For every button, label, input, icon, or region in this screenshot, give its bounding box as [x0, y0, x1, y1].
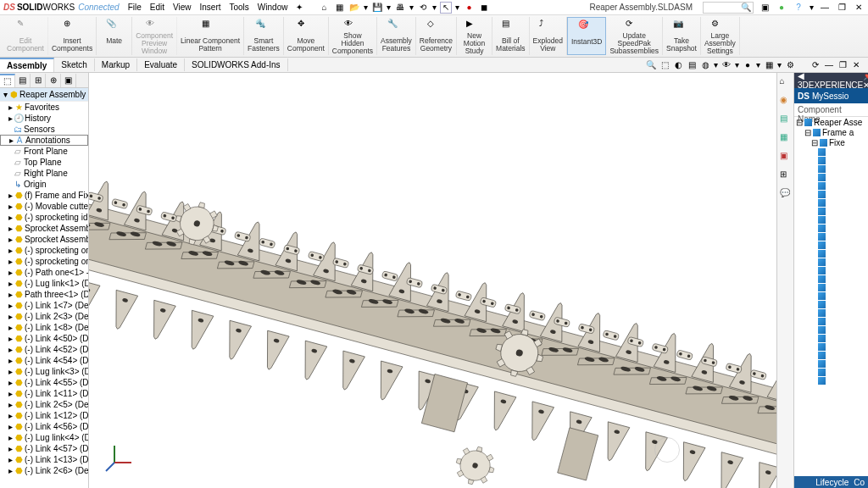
zoom-fit-icon[interactable]: 🔍: [646, 60, 656, 70]
tree-component-node[interactable]: ▸⬣(-) Link 1<12> (Default): [0, 410, 88, 421]
exp-leaf-node[interactable]: [794, 334, 868, 342]
taskpane-home-icon[interactable]: ⌂: [780, 76, 792, 88]
exploded-view-button[interactable]: ⤴ExplodedView: [530, 17, 567, 55]
section-icon[interactable]: ▤: [687, 60, 697, 70]
edit-appearance-icon[interactable]: ●: [743, 60, 753, 70]
exp-leaf-node[interactable]: [794, 283, 868, 291]
spreadsheet-icon[interactable]: ▦: [333, 2, 345, 14]
tree-component-node[interactable]: ▸⬣(-) sprocketing one<4>: [0, 256, 88, 267]
view-compass-icon[interactable]: [654, 437, 680, 463]
assembly-features-button[interactable]: 🔧AssemblyFeatures: [377, 17, 416, 55]
exp-leaf-node[interactable]: [794, 215, 868, 224]
search-icon[interactable]: 🔍: [703, 2, 754, 14]
tab-sketch[interactable]: Sketch: [54, 58, 95, 71]
tab-addins[interactable]: SOLIDWORKS Add-Ins: [185, 58, 287, 71]
mate-button[interactable]: 📎Mate: [97, 17, 132, 55]
taskpane-custom-icon[interactable]: ⊞: [780, 169, 792, 181]
display-style-icon[interactable]: ◍: [700, 60, 710, 70]
tab-evaluate[interactable]: Evaluate: [137, 58, 185, 71]
tree-right-plane[interactable]: ▱Right Plane: [0, 168, 88, 179]
tree-tab-config-icon[interactable]: ⊞: [31, 74, 46, 87]
exp-child-node[interactable]: ⊟Frame a: [794, 127, 868, 137]
linear-pattern-button[interactable]: ▦Linear ComponentPattern: [177, 17, 244, 55]
select-icon[interactable]: ↖: [440, 2, 452, 14]
exp-leaf-node[interactable]: [794, 351, 868, 359]
exp-leaf-node[interactable]: [794, 207, 868, 215]
smart-fasteners-button[interactable]: 🔩SmartFasteners: [244, 17, 284, 55]
exp-leaf-node[interactable]: [794, 291, 868, 300]
tree-component-node[interactable]: ▸⬣(-) Link 1<8> (Default) <: [0, 322, 88, 333]
exp-leaf-node[interactable]: [794, 368, 868, 376]
status-green-icon[interactable]: ●: [776, 2, 787, 14]
apply-scene-icon[interactable]: ▦: [764, 60, 774, 70]
tree-component-node[interactable]: ▸⬣(-) Link 2<6> (Default) <: [0, 465, 88, 476]
exp-leaf-node[interactable]: [794, 274, 868, 283]
bom-button[interactable]: ▤Bill ofMaterials: [492, 17, 529, 55]
hide-show-icon[interactable]: 👁: [721, 60, 732, 70]
home-icon[interactable]: ⌂: [318, 2, 330, 14]
tree-component-node[interactable]: ▸⬣(-) sprocketing ideal<1>: [0, 212, 88, 223]
tree-sensors[interactable]: 🗂Sensors: [0, 124, 88, 135]
lifecycle-tab[interactable]: Lifecycle: [815, 478, 849, 487]
tree-component-node[interactable]: ▸⬣(-) Link 4<52> (Default): [0, 344, 88, 355]
exp-leaf-node[interactable]: [794, 232, 868, 241]
large-assembly-button[interactable]: ⚙LargeAssemblySettings: [701, 17, 740, 55]
exp-leaf-node[interactable]: [794, 317, 868, 325]
tree-component-node[interactable]: ▸⬣(-) Lug link<3> (Default: [0, 366, 88, 377]
tree-component-node[interactable]: ▸⬣(-) Link 4<55> (Default): [0, 377, 88, 388]
tree-component-node[interactable]: ▸⬣(-) Link 4<50> (Default): [0, 333, 88, 344]
tree-annotations[interactable]: ▸AAnnotations: [0, 135, 88, 146]
taskpane-appearance-icon[interactable]: ◉: [780, 95, 792, 107]
doc-close-icon[interactable]: ✕: [851, 60, 861, 70]
help-icon[interactable]: ?: [793, 2, 804, 14]
tree-front-plane[interactable]: ▱Front Plane: [0, 146, 88, 157]
tree-tab-feature-icon[interactable]: ⬚: [0, 74, 15, 87]
view-settings-icon[interactable]: ⚙: [785, 60, 795, 70]
prev-view-icon[interactable]: ◐: [673, 60, 683, 70]
menu-file[interactable]: File: [128, 3, 142, 12]
exp-leaf-node[interactable]: [794, 190, 868, 198]
close-icon[interactable]: ✕: [853, 2, 865, 14]
tree-favorites[interactable]: ▸★Favorites: [0, 102, 88, 113]
tree-component-node[interactable]: ▸⬣(-) Link 4<56> (Default): [0, 421, 88, 432]
print-icon[interactable]: 🖶: [394, 2, 406, 14]
orientation-triad[interactable]: [104, 439, 138, 473]
doc-minimize-icon[interactable]: —: [824, 60, 834, 70]
snapshot-button[interactable]: 📷TakeSnapshot: [663, 17, 701, 55]
exp-leaf-node[interactable]: [794, 224, 868, 232]
3dexperience-session[interactable]: DSMySessio: [794, 88, 868, 103]
collab-tab[interactable]: Co: [854, 478, 865, 487]
exp-leaf-node[interactable]: [794, 198, 868, 207]
exp-leaf-node[interactable]: [794, 181, 868, 190]
menu-window[interactable]: Window: [258, 3, 288, 12]
tree-history[interactable]: ▸🕘History: [0, 113, 88, 124]
menu-help-icon[interactable]: ✦: [296, 3, 303, 12]
exp-leaf-node[interactable]: [794, 258, 868, 266]
tab-markup[interactable]: Markup: [95, 58, 137, 71]
tree-origin[interactable]: ↳Origin: [0, 179, 88, 190]
exp-leaf-node[interactable]: [794, 173, 868, 181]
tree-component-node[interactable]: ▸⬣(-) Link 4<54> (Default): [0, 355, 88, 366]
tree-component-node[interactable]: ▸⬣(-) Path one<1> -> (Def: [0, 267, 88, 278]
open-icon[interactable]: 📂: [348, 2, 360, 14]
taskpane-forum-icon[interactable]: 💬: [780, 188, 792, 200]
exp-leaf-node[interactable]: [794, 164, 868, 173]
show-hidden-button[interactable]: 👁ShowHiddenComponents: [329, 17, 377, 55]
taskpane-properties-icon[interactable]: ▤: [780, 114, 792, 125]
tree-component-node[interactable]: ▸⬣(-) Link 1<7> (Default) <: [0, 300, 88, 311]
terminal-icon[interactable]: ▣: [759, 2, 771, 14]
tree-component-node[interactable]: ▸⬣(-) Link 4<57> (Default): [0, 443, 88, 454]
exp-leaf-node[interactable]: [794, 266, 868, 274]
exp-leaf-node[interactable]: [794, 342, 868, 351]
tree-component-node[interactable]: ▸⬣(-) sprocketing one<3>: [0, 245, 88, 256]
menu-tools[interactable]: Tools: [230, 3, 249, 12]
pin-icon[interactable]: 📌 ✕: [863, 71, 868, 90]
exp-leaf-node[interactable]: [794, 325, 868, 334]
3dexperience-header[interactable]: ◀ 3DEXPERIENCE📌 ✕: [794, 73, 868, 88]
exp-leaf-node[interactable]: [794, 376, 868, 385]
tree-root-node[interactable]: ▾⬢Reaper Assembly (Default)^: [0, 88, 88, 102]
graphics-viewport[interactable]: [89, 73, 776, 488]
tree-component-node[interactable]: ▸⬣Sprocket Assembly<: [0, 234, 88, 245]
exp-leaf-node[interactable]: [794, 147, 868, 156]
tree-component-node[interactable]: ▸⬣(-) Lug link<4> (Default: [0, 432, 88, 443]
